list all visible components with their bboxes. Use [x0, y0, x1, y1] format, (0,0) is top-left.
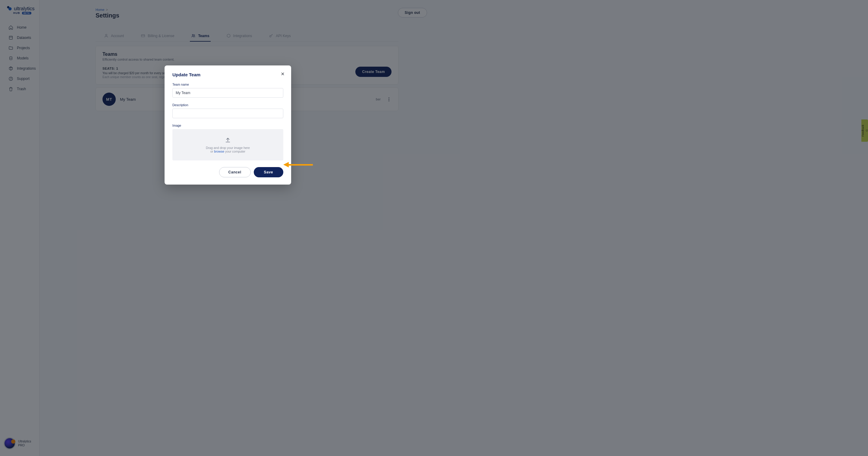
- annotation-arrow: [283, 162, 313, 167]
- description-input[interactable]: [173, 109, 283, 118]
- browse-link[interactable]: browse: [214, 150, 224, 153]
- close-icon: [280, 72, 285, 76]
- upload-icon: [224, 136, 231, 144]
- modal-close-button[interactable]: [280, 72, 285, 77]
- team-name-input[interactable]: [173, 88, 283, 98]
- dropzone-line1: Drag and drop your image here: [206, 146, 250, 150]
- app-root: ultralytics HUB BETA Home Datasets Proje…: [0, 0, 868, 456]
- arrow-head-icon: [283, 162, 289, 167]
- team-name-label: Team name: [173, 83, 283, 86]
- dropzone-tail: your computer: [224, 150, 245, 153]
- modal-actions: Cancel Save: [173, 167, 283, 177]
- arrow-line: [289, 164, 313, 166]
- save-button[interactable]: Save: [254, 167, 283, 177]
- update-team-modal: Update Team Team name Description Image …: [164, 65, 291, 184]
- image-dropzone[interactable]: Drag and drop your image here or browse …: [173, 129, 283, 161]
- modal-overlay[interactable]: [0, 0, 868, 456]
- modal-title: Update Team: [173, 72, 283, 77]
- dropzone-line2: or browse your computer: [210, 150, 245, 153]
- description-label: Description: [173, 103, 283, 107]
- cancel-button[interactable]: Cancel: [219, 167, 251, 177]
- dropzone-or: or: [210, 150, 214, 153]
- image-label: Image: [173, 124, 283, 127]
